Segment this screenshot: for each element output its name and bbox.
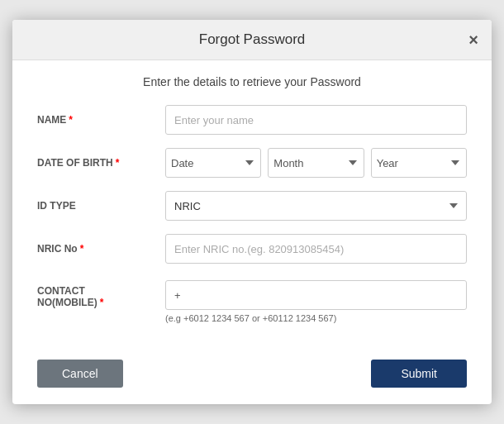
forgot-password-modal: Forgot Password × Enter the details to r… (12, 20, 492, 404)
contact-prefix: + (174, 289, 181, 302)
date-select[interactable]: Date 1234 5678 9101112 13141516 17181920… (165, 148, 261, 178)
contact-input[interactable] (184, 289, 458, 302)
modal-header: Forgot Password × (12, 20, 492, 60)
modal-title: Forgot Password (199, 31, 306, 48)
dob-label: DATE OF BIRTH* (37, 157, 165, 169)
dob-group: Date 1234 5678 9101112 13141516 17181920… (165, 148, 467, 178)
name-label: NAME* (37, 114, 165, 126)
nric-input[interactable] (165, 234, 467, 264)
nric-row: NRIC No* (37, 234, 467, 264)
modal-footer: Cancel Submit (12, 350, 492, 404)
cancel-button[interactable]: Cancel (37, 360, 123, 388)
id-type-label: ID TYPE (37, 200, 165, 212)
modal-overlay: Forgot Password × Enter the details to r… (0, 0, 504, 424)
year-select[interactable]: Year 202420232010 2000199019801970 (371, 148, 467, 178)
name-row: NAME* (37, 105, 467, 135)
nric-label: NRIC No* (37, 243, 165, 255)
modal-body: NAME* DATE OF BIRTH* Date 1234 5678 9101… (12, 97, 492, 350)
dob-row: DATE OF BIRTH* Date 1234 5678 9101112 13… (37, 148, 467, 178)
id-type-select[interactable]: NRIC Passport (165, 191, 467, 221)
contact-input-wrap: + (165, 280, 467, 310)
modal-subtitle: Enter the details to retrieve your Passw… (12, 60, 492, 97)
name-input[interactable] (165, 105, 467, 135)
id-type-row: ID TYPE NRIC Passport (37, 191, 467, 221)
contact-label: CONTACT NO(MOBILE)* (37, 280, 165, 308)
contact-group: + (e.g +6012 1234 567 or +60112 1234 567… (165, 280, 467, 323)
contact-row: CONTACT NO(MOBILE)* + (e.g +6012 1234 56… (37, 277, 467, 323)
submit-button[interactable]: Submit (371, 360, 467, 388)
id-type-group: NRIC Passport (165, 191, 467, 221)
close-button[interactable]: × (468, 31, 478, 48)
contact-hint: (e.g +6012 1234 567 or +60112 1234 567) (165, 313, 467, 323)
month-select[interactable]: Month JanuaryFebruaryMarch AprilMayJune … (268, 148, 364, 178)
